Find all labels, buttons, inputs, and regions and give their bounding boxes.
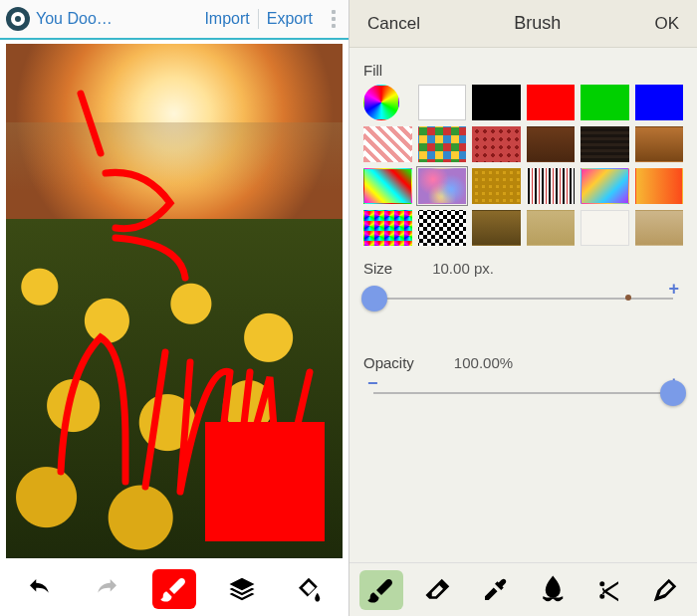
swatch-tan[interactable] xyxy=(635,210,684,246)
brush-dialog-header: Cancel Brush OK xyxy=(349,0,697,48)
eyedropper-button[interactable] xyxy=(473,570,517,610)
opacity-label: Opacity xyxy=(363,354,414,371)
fill-swatch-grid xyxy=(363,85,683,246)
scissors-button[interactable] xyxy=(586,570,630,610)
swatch-white[interactable] xyxy=(418,85,467,120)
redo-button[interactable] xyxy=(85,569,128,609)
swatch-bronze[interactable] xyxy=(472,210,521,246)
swatch-dark-weave[interactable] xyxy=(581,126,629,162)
app-title: You Doo… xyxy=(36,10,196,28)
swatch-leather[interactable] xyxy=(527,126,576,162)
swatch-rainbow-noise[interactable] xyxy=(363,168,412,204)
cancel-button[interactable]: Cancel xyxy=(367,14,420,34)
export-button[interactable]: Export xyxy=(259,10,321,28)
opacity-minus-icon[interactable]: − xyxy=(367,373,378,394)
swatch-warm-grad[interactable] xyxy=(635,168,684,204)
ok-button[interactable]: OK xyxy=(654,14,679,34)
opacity-value: 100.00% xyxy=(454,354,513,371)
swatch-copper[interactable] xyxy=(635,126,684,162)
swatch-diag-rainbow[interactable] xyxy=(581,168,629,204)
opacity-slider-thumb[interactable] xyxy=(660,380,686,406)
overflow-menu-icon[interactable] xyxy=(325,10,343,28)
swatch-bokeh[interactable] xyxy=(418,168,467,204)
pen-button[interactable] xyxy=(643,570,687,610)
undo-button[interactable] xyxy=(18,569,62,609)
right-toolbar xyxy=(349,562,697,616)
swatch-red[interactable] xyxy=(527,85,576,120)
size-indicator-dot xyxy=(625,295,631,301)
import-button[interactable]: Import xyxy=(196,10,257,28)
left-app-bar: You Doo… Import Export xyxy=(0,0,348,40)
fill-bucket-button[interactable] xyxy=(287,569,331,609)
drawing-canvas[interactable] xyxy=(6,44,343,558)
swatch-gold-dots[interactable] xyxy=(472,168,521,204)
swatch-barcode[interactable] xyxy=(527,168,576,204)
layers-button[interactable] xyxy=(220,569,264,609)
swatch-offwhite[interactable] xyxy=(581,210,629,246)
swatch-black[interactable] xyxy=(472,85,521,120)
swatch-pixel-rainbow[interactable] xyxy=(363,210,412,246)
app-logo-icon xyxy=(6,7,30,31)
size-slider[interactable]: − + xyxy=(363,283,683,314)
brush-mode-button[interactable] xyxy=(359,570,403,610)
size-label: Size xyxy=(363,260,392,277)
swatch-color-wheel[interactable] xyxy=(363,85,399,120)
filled-rectangle xyxy=(205,422,325,541)
swatch-blue[interactable] xyxy=(635,85,684,120)
size-value: 10.00 px. xyxy=(432,260,494,277)
left-toolbar xyxy=(0,562,348,616)
swatch-argyle[interactable] xyxy=(418,126,467,162)
swatch-green[interactable] xyxy=(581,85,629,120)
dialog-title: Brush xyxy=(514,13,561,34)
swatch-red-dots[interactable] xyxy=(472,126,521,162)
size-slider-thumb[interactable] xyxy=(361,286,387,311)
smudge-button[interactable] xyxy=(530,570,574,610)
swatch-sand[interactable] xyxy=(527,210,576,246)
fill-section-label: Fill xyxy=(363,62,683,79)
swatch-checker[interactable] xyxy=(418,210,467,246)
size-plus-icon[interactable]: + xyxy=(668,279,679,300)
opacity-slider[interactable]: − + xyxy=(363,377,683,409)
eraser-mode-button[interactable] xyxy=(416,570,460,610)
brush-tool-button[interactable] xyxy=(152,569,196,609)
swatch-gingham[interactable] xyxy=(363,126,412,162)
